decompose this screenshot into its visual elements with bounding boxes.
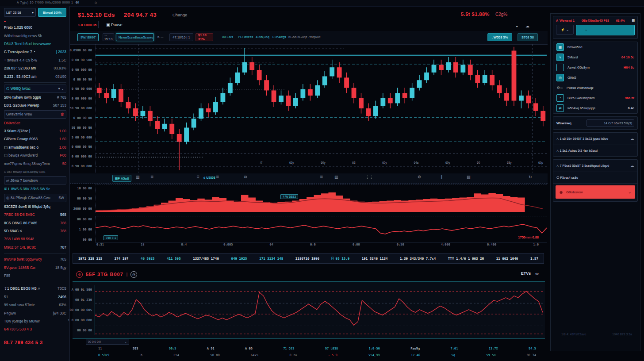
sidebar-row-label: Gil8em Gswqp 6963 bbox=[4, 137, 38, 141]
interval-button[interactable]: ⚏ 15:10 bbox=[103, 33, 114, 41]
toolbar-link-grey[interactable]: 6G5b 6G8qz 7mqw8c bbox=[288, 35, 321, 39]
title-separator: | bbox=[126, 272, 127, 277]
buy-button[interactable]: . W553 5% bbox=[487, 33, 512, 41]
volume-chart[interactable]: 4 W 5883 bbox=[95, 184, 547, 213]
toolbar-link-4[interactable]: E9h4wgs bbox=[272, 35, 286, 39]
watch-list-item[interactable]: Aswst G5s8ymH04 3c bbox=[553, 62, 637, 73]
sidebar-row: D6U3 Toed b6ud Insewwave bbox=[4, 40, 66, 48]
change-pct2: C2g% bbox=[495, 12, 507, 17]
sidebar-row-label: 5D 684C < bbox=[4, 229, 22, 233]
sidebar-row: F85 bbox=[4, 272, 66, 280]
sidebar-row-value: 768 bbox=[60, 229, 66, 233]
sidebar-row: 5D 684C <768 bbox=[4, 227, 66, 235]
sidebar-row-value: | 2023 bbox=[56, 50, 66, 54]
oscillator-axis: A 00 0L 50000 0L 23000 00 00 0051 0 00 0… bbox=[73, 284, 93, 336]
sidebar-row-label: E6t1 G2ouwe Peverp bbox=[4, 103, 39, 108]
list-item-value: 64 10 5c bbox=[621, 55, 634, 59]
time-axis-label: 18 bbox=[141, 243, 144, 246]
sidebar-row[interactable]: ⌬ W98Q Iwtac▾ ⌄ bbox=[4, 84, 66, 93]
sell-button[interactable]: $1.18 31% bbox=[196, 33, 213, 41]
main-chart-area: $1.52.10 Eds 204 94.7 43 Change 5.5t $1.… bbox=[70, 6, 550, 361]
indicator-label[interactable]: d U5858 bbox=[203, 176, 215, 179]
toolbar-icon-0[interactable]: ▥ bbox=[136, 175, 140, 179]
time-axis-label: 0:31 bbox=[96, 243, 104, 246]
footer-tick: 1:0-56 bbox=[369, 347, 380, 350]
footer-range-value: 00 0:0 0:0 bbox=[88, 340, 101, 343]
axis-label: 0 00 000 00 bbox=[72, 155, 92, 158]
strip-item: TTY 1.4/6 1 063 2H bbox=[448, 257, 484, 261]
toolbar-icon-10[interactable]: ▤ bbox=[467, 175, 471, 179]
sidebar-row: 8C5 O8NC 86 EV85766 bbox=[4, 219, 66, 227]
sidebar-row-label: M98Z 5T 14L 9C8C bbox=[4, 245, 36, 250]
bolt-dropdown-button[interactable]: ⚡ ⌄ bbox=[556, 25, 574, 35]
list-item-label: B8r5 G4s8wqbsvd bbox=[567, 96, 594, 100]
error-row[interactable]: ⎔ P5vss4 ss8o bbox=[553, 172, 637, 184]
candlestick-chart[interactable] bbox=[95, 44, 547, 173]
sidebar-row[interactable]: ⇌ J6wa 7 bewdrew bbox=[4, 176, 66, 184]
indicator-badge[interactable]: ⊞P A5u8 bbox=[112, 175, 131, 182]
watch-list-item[interactable]: ⚙⎓P8ssd W8svstwqz bbox=[553, 83, 637, 93]
oscillator-chart[interactable] bbox=[95, 285, 543, 335]
range-button[interactable]: 47:10/10 | 1 bbox=[169, 33, 193, 41]
home-icon[interactable]: ⌂ bbox=[95, 0, 97, 4]
cloud-icon[interactable]: ☁ bbox=[525, 24, 529, 28]
watch-list-item[interactable]: ◔B8r5 G4s8wqbsvd966 5t bbox=[553, 93, 637, 103]
watch-list-item[interactable]: ϟ5Msvst64 10 5c bbox=[553, 52, 637, 62]
time-axis-label: 0:4 bbox=[181, 243, 187, 246]
toolbar-icon-8[interactable]: ⚙ bbox=[418, 175, 421, 179]
toolbar-icon-9[interactable]: ∥ bbox=[441, 175, 443, 179]
footer-tick: 17 46 bbox=[411, 353, 420, 357]
momentum-chart[interactable]: 750 7:1 1750mm 0.88 bbox=[95, 216, 547, 242]
footer-range-select[interactable]: 00 0:0 0:0 ⌄ bbox=[86, 339, 129, 345]
primary-action-button[interactable]: ◔ bbox=[576, 25, 635, 35]
toolbar-icon-1[interactable]: ≣ bbox=[150, 175, 154, 179]
watch-list-item[interactable]: ▦b8swv5sd bbox=[553, 42, 637, 52]
theme-icon[interactable]: ◒ bbox=[516, 24, 518, 28]
sidebar-row: 64/738 5.538 4 3 bbox=[4, 325, 66, 333]
warning-input[interactable]: 14 C/7 b5w73 5%(3) bbox=[586, 119, 634, 127]
search-input[interactable]: Nsww5ssw8wsw5swws bbox=[116, 33, 154, 41]
watch-list-item[interactable]: ⇄w5b4vq b5swjyqgs0.4c bbox=[553, 103, 637, 113]
watch-list-panel: ▦b8swv5sdϟ5Msvst64 10 5cAswst G5s8ymH04 … bbox=[553, 42, 638, 114]
sidebar-row-value: jw4 38C bbox=[53, 311, 66, 315]
alert-item[interactable]: △ 1 s5 55v 5945T 3 5s23 jqssd b5vo ☁ bbox=[553, 133, 637, 145]
toolbar-icon-7[interactable]: ⋮⋮ bbox=[365, 175, 373, 179]
toolbar-link-2[interactable]: PO lavess bbox=[238, 35, 253, 39]
toolbar-link-3[interactable]: 43vb,0aq bbox=[256, 35, 269, 39]
pause-button[interactable]: ▣ Pause bbox=[106, 23, 123, 27]
top-meta-text: A 7g(u) 30 7/000 0/0c/2000 0000 1 bbox=[17, 1, 73, 4]
sidebar-divider bbox=[4, 82, 66, 83]
gear-alert-icon[interactable]: ⊛! bbox=[75, 0, 79, 4]
list-item-icon: ⚙⎓ bbox=[556, 84, 563, 91]
change-pct: 5.5t $1.88% bbox=[461, 12, 490, 17]
toolbar-icon-5[interactable]: ≣ bbox=[320, 175, 323, 179]
toolbar-icon-3[interactable]: ≣ bbox=[216, 175, 219, 179]
time-axis-label: 0:400 bbox=[487, 243, 496, 246]
connection-status-dropdown[interactable]: ◉ G9sbsvsv ⌄ bbox=[556, 185, 635, 199]
preset-button[interactable]: Btwsal 100% bbox=[38, 8, 66, 17]
infinity-icon[interactable]: ∞ bbox=[535, 271, 539, 276]
alert-item[interactable]: △ 7 P5ss5 55s5T 3 5ssd9qssd L9qvd ☁ bbox=[553, 160, 637, 172]
footer-link-2[interactable]: 1940 873 3:3a bbox=[612, 333, 632, 336]
symbol-select[interactable]: L8T-23 58 ▾ bbox=[4, 8, 36, 17]
indicator-icons[interactable]: 6 ⚏ bbox=[157, 35, 164, 39]
alert-item[interactable]: △ 1.5s1 Asbss 5t3 4sn b3ssd bbox=[553, 145, 637, 156]
axis-label: 00 00 00 bbox=[77, 218, 92, 221]
sidebar-rows: Preto 1.025 6080Withdrawaldig news 5bD6U… bbox=[4, 23, 66, 346]
toolbar-icon-4[interactable]: ⧉ bbox=[244, 175, 247, 180]
sidebar-row[interactable]: Gwsvzmle Wew🗑 bbox=[4, 110, 66, 119]
sidebar-row-label: ⇌ J6wa 7 bewdrew bbox=[6, 178, 38, 183]
sidebar-row: mw7Pqmw-5mq 38swyTwm50 bbox=[4, 159, 66, 167]
footer-link-1[interactable]: 1/8 4: 43Ps/72ave bbox=[561, 333, 586, 336]
clock-icon[interactable]: ◷ bbox=[130, 271, 137, 278]
toolbar-icon-11[interactable]: ↻ bbox=[529, 175, 532, 179]
alert-connection-label: G8s45bw5w45 P88 bbox=[582, 19, 609, 22]
toolbar-icon-2[interactable]: ⌸ bbox=[197, 175, 199, 180]
sidebar-row[interactable]: ◎ 84 P5wqb G8ww88 Cwc5W bbox=[4, 194, 66, 202]
timeframe-button[interactable]: 9W/ 89/97 bbox=[77, 33, 99, 41]
menu-icon[interactable]: ▤ bbox=[632, 19, 635, 22]
watch-list-item[interactable]: ◎G9bG bbox=[553, 73, 637, 83]
toolbar-link-1[interactable]: 00 Eais bbox=[222, 35, 233, 39]
secondary-button[interactable]: S708 58 bbox=[518, 33, 538, 41]
toolbar-icon-6[interactable]: ▥ bbox=[334, 175, 338, 179]
